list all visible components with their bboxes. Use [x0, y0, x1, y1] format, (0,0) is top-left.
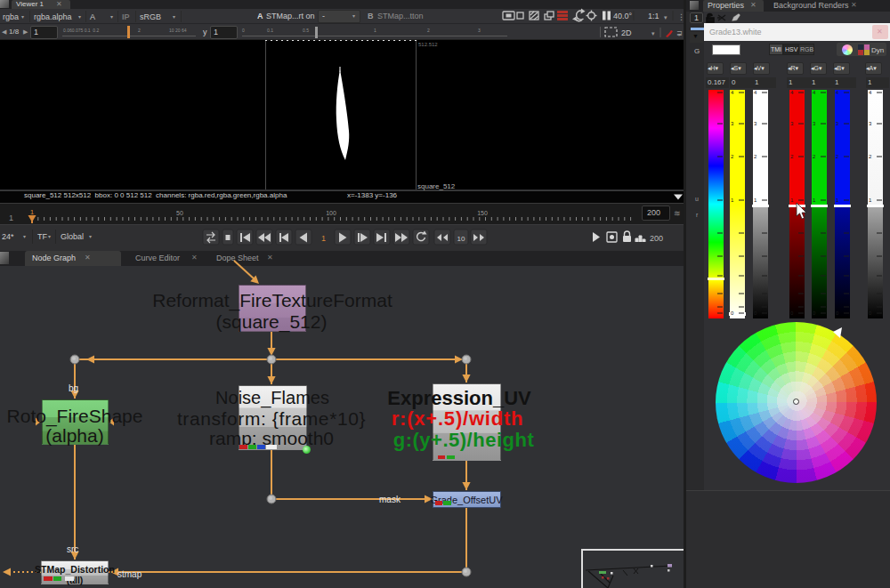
svg-text:0: 0: [813, 310, 816, 316]
svg-text:2: 2: [731, 154, 734, 159]
svg-text:3: 3: [731, 121, 734, 126]
svg-text:0: 0: [731, 310, 734, 316]
svg-text:3: 3: [869, 121, 872, 126]
svg-text:4: 4: [731, 90, 734, 95]
svg-text:2: 2: [836, 154, 839, 159]
svg-text:3: 3: [790, 121, 794, 126]
svg-text:2: 2: [754, 154, 757, 159]
svg-text:1: 1: [836, 197, 839, 203]
svg-text:1: 1: [813, 197, 816, 203]
svg-text:4: 4: [754, 90, 757, 95]
svg-text:4: 4: [869, 90, 872, 95]
svg-text:3: 3: [754, 121, 757, 126]
svg-text:4: 4: [790, 90, 794, 95]
svg-text:4: 4: [836, 90, 839, 95]
svg-text:2: 2: [869, 154, 872, 159]
svg-text:4: 4: [813, 90, 816, 95]
svg-text:0: 0: [790, 310, 794, 316]
svg-text:0: 0: [869, 310, 872, 316]
svg-text:2: 2: [813, 154, 816, 159]
svg-text:3: 3: [813, 121, 816, 126]
svg-text:1: 1: [869, 197, 872, 203]
svg-text:0: 0: [836, 310, 839, 316]
svg-text:1: 1: [731, 197, 734, 203]
svg-text:2: 2: [790, 154, 794, 159]
svg-text:1: 1: [754, 197, 757, 203]
svg-text:0: 0: [754, 310, 757, 316]
svg-text:3: 3: [836, 121, 839, 126]
